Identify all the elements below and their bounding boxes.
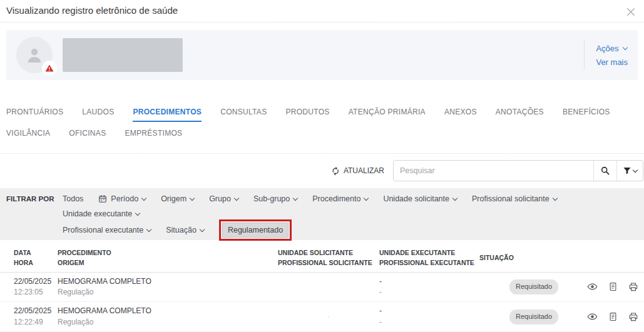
table-row: 22/05/2025 12:23:05 HEMOGRAMA COMPLETO R… [0, 273, 644, 303]
printer-icon [628, 312, 638, 322]
filter-regulamentado-chip[interactable]: Regulamentado [222, 223, 289, 238]
cell-exec-prof: - [379, 317, 479, 328]
filter-grupo[interactable]: Grupo [209, 192, 238, 206]
cell-date: 22/05/2025 [14, 306, 58, 316]
refresh-button[interactable]: ATUALIZAR [331, 166, 384, 176]
search-button[interactable] [593, 161, 616, 181]
filter-sub-grupo[interactable]: Sub-grupo [253, 192, 297, 206]
filter-origem[interactable]: Origem [161, 192, 194, 206]
tab-emprestimos[interactable]: EMPRÉSTIMOS [125, 129, 182, 143]
search-group [393, 160, 643, 181]
funnel-icon [623, 166, 631, 175]
filter-dropdown-button[interactable] [616, 161, 643, 181]
close-icon[interactable] [625, 6, 636, 18]
calendar-icon [98, 194, 107, 203]
person-icon [24, 45, 44, 65]
page-title: Visualizando registro eletrônico de saúd… [6, 5, 178, 16]
search-icon [600, 166, 610, 176]
alert-triangle-icon [45, 64, 54, 73]
document-icon [608, 282, 618, 291]
print-button[interactable] [628, 312, 638, 322]
filter-situacao[interactable]: Situação [166, 223, 204, 237]
chevron-down-icon [200, 226, 205, 231]
filter-todos[interactable]: Todos [63, 192, 83, 206]
search-input[interactable] [394, 161, 593, 181]
filter-unidade-solicitante[interactable]: Unidade solicitante [383, 192, 457, 206]
cell-origin: Regulação [58, 287, 278, 298]
tab-bar: PRONTUÁRIOS LAUDOS PROCEDIMENTOS CONSULT… [6, 108, 638, 143]
filter-bar-label: FILTRAR POR [6, 192, 63, 203]
tab-anotacoes[interactable]: ANOTAÇÕES [496, 108, 544, 122]
filter-periodo[interactable]: Período [98, 192, 146, 206]
patient-summary-panel: Ações Ver mais [6, 30, 638, 80]
patient-name-redacted [63, 38, 183, 72]
view-button[interactable] [587, 311, 598, 322]
chevron-down-icon [146, 226, 151, 231]
cell-date: 22/05/2025 [14, 276, 58, 287]
chevron-down-icon [190, 195, 195, 200]
chevron-down-icon [622, 44, 627, 49]
eye-icon [587, 281, 598, 292]
printer-icon [628, 282, 638, 292]
modal-header: Visualizando registro eletrônico de saúd… [0, 0, 644, 23]
eye-icon [587, 311, 598, 322]
chevron-down-icon [234, 195, 239, 200]
avatar [16, 37, 53, 73]
tab-anexos[interactable]: ANEXOS [444, 108, 477, 122]
document-icon [608, 312, 618, 321]
tab-oficinas[interactable]: OFICINAS [69, 129, 106, 143]
chevron-down-icon [141, 195, 146, 200]
tab-consultas[interactable]: CONSULTAS [220, 108, 267, 122]
cell-sol-unit: · [278, 313, 379, 321]
refresh-icon [331, 166, 340, 176]
filter-procedimento[interactable]: Procedimento [312, 192, 368, 206]
filter-profissional-solicitante[interactable]: Profissional solicitante [472, 192, 557, 206]
tab-produtos[interactable]: PRODUTOS [285, 108, 329, 122]
cell-exec-prof: - [379, 287, 479, 298]
table-row: 22/05/2025 12:22:49 HEMOGRAMA COMPLETO R… [0, 302, 644, 332]
actions-dropdown[interactable]: Ações [596, 44, 628, 53]
cell-origin: Regulação [58, 317, 278, 328]
tab-laudos[interactable]: LAUDOS [82, 108, 114, 122]
table-header: DATA HORA PROCEDIMENTO ORIGEM UNIDADE SO… [0, 243, 644, 273]
print-button[interactable] [628, 282, 638, 292]
chevron-down-icon [135, 210, 140, 215]
filter-regulamentado-annotated[interactable]: Regulamentado [219, 223, 292, 237]
tab-vigilancia[interactable]: VIGILÂNCIA [6, 129, 50, 143]
filter-bar: FILTRAR POR Todos Período Origem Grupo S… [0, 188, 644, 240]
cell-time: 12:23:05 [14, 287, 58, 298]
divider [584, 41, 585, 69]
cell-exec-unit: - [379, 306, 479, 316]
status-badge: Requisitado [509, 309, 558, 324]
filter-unidade-executante[interactable]: Unidade executante [63, 207, 140, 221]
filter-profissional-executante[interactable]: Profissional executante [63, 223, 151, 237]
red-annotation-box: Regulamentado [219, 219, 292, 241]
tab-beneficios[interactable]: BENEFÍCIOS [563, 108, 610, 122]
cell-procedure: HEMOGRAMA COMPLETO [58, 306, 278, 316]
document-button[interactable] [608, 312, 618, 321]
view-button[interactable] [587, 281, 598, 292]
chevron-down-icon [293, 195, 298, 200]
chevron-down-icon [452, 195, 457, 200]
document-button[interactable] [608, 282, 618, 291]
tab-prontuarios[interactable]: PRONTUÁRIOS [6, 108, 63, 122]
toolbar: ATUALIZAR [0, 154, 644, 188]
tab-atencao-primaria[interactable]: ATENÇÃO PRIMÁRIA [349, 108, 426, 122]
chevron-down-icon [364, 195, 369, 200]
warning-badge [42, 61, 57, 76]
tab-procedimentos[interactable]: PROCEDIMENTOS [133, 108, 202, 122]
see-more-link[interactable]: Ver mais [596, 58, 628, 67]
cell-exec-unit: - [379, 276, 479, 287]
status-badge: Requisitado [509, 279, 558, 294]
cell-time: 12:22:49 [14, 317, 58, 328]
chevron-down-icon [633, 167, 638, 172]
chevron-down-icon [552, 195, 557, 200]
cell-procedure: HEMOGRAMA COMPLETO [58, 276, 278, 287]
